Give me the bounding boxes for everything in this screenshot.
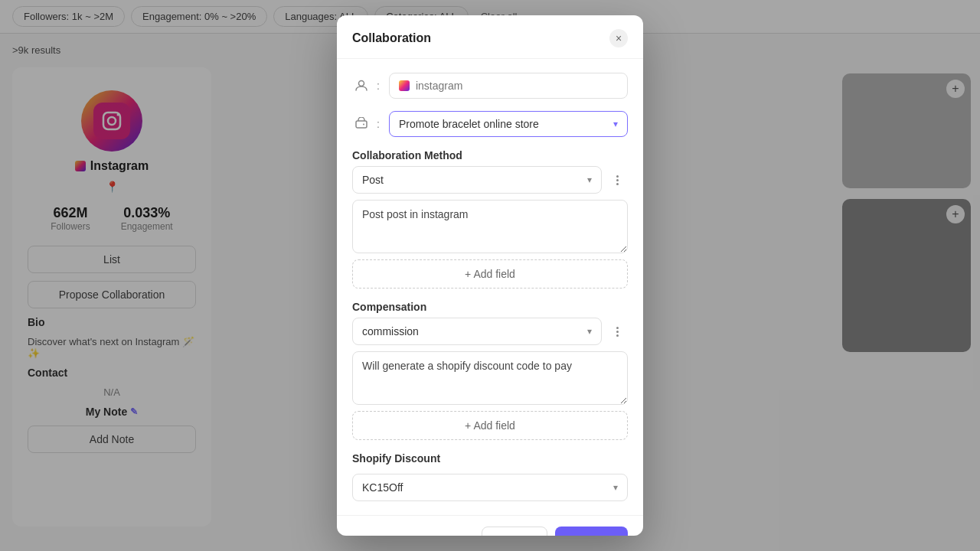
compensation-chevron-icon xyxy=(587,326,592,337)
comp-dot-3 xyxy=(616,334,619,337)
svg-point-6 xyxy=(363,124,364,126)
compensation-row: commission xyxy=(352,318,628,345)
compensation-value: commission xyxy=(362,325,419,337)
add-field-button-1[interactable]: + Add field xyxy=(352,259,628,289)
shopify-select[interactable]: KC15Off xyxy=(352,474,628,501)
shopify-discount-section: Shopify Discount KC15Off xyxy=(352,452,628,501)
compensation-more-button[interactable] xyxy=(606,321,628,342)
shopify-chevron-icon xyxy=(613,482,618,493)
platform-input[interactable] xyxy=(416,80,618,92)
collaboration-modal: Collaboration × : xyxy=(337,15,643,536)
svg-point-4 xyxy=(359,81,364,86)
user-icon xyxy=(352,77,371,95)
modal-header: Collaboration × xyxy=(337,15,643,59)
platform-field-row: : xyxy=(352,73,628,99)
collaboration-method-heading: Collaboration Method xyxy=(352,149,628,161)
modal-body: : : Promote bracelet online stor xyxy=(337,59,643,515)
cancel-button[interactable]: Cancel xyxy=(482,527,547,536)
method-value: Post xyxy=(362,174,384,186)
instagram-input-icon xyxy=(399,80,410,91)
platform-colon: : xyxy=(377,80,380,92)
more-dot-1 xyxy=(616,175,619,178)
modal-close-button[interactable]: × xyxy=(609,29,628,47)
campaign-field-row: : Promote bracelet online store xyxy=(352,111,628,137)
comp-dot-2 xyxy=(616,331,619,333)
campaign-colon: : xyxy=(377,118,380,130)
modal-title: Collaboration xyxy=(352,31,431,45)
more-dot-2 xyxy=(616,179,619,181)
compensation-description-textarea[interactable] xyxy=(352,351,628,405)
platform-input-wrapper xyxy=(389,73,628,99)
method-select[interactable]: Post xyxy=(352,166,602,194)
modal-footer: Cancel Submit xyxy=(337,515,643,536)
compensation-select[interactable]: commission xyxy=(352,318,602,345)
shopify-value: KC15Off xyxy=(362,481,403,494)
campaign-value: Promote bracelet online store xyxy=(399,118,539,130)
campaign-icon xyxy=(352,115,371,133)
more-dot-3 xyxy=(616,183,619,185)
campaign-chevron-icon xyxy=(613,119,618,129)
comp-dot-1 xyxy=(616,327,619,329)
compensation-heading: Compensation xyxy=(352,301,628,313)
collaboration-method-section: Collaboration Method Post xyxy=(352,149,628,289)
method-row: Post xyxy=(352,166,628,194)
submit-button[interactable]: Submit xyxy=(555,527,628,536)
method-more-button[interactable] xyxy=(606,169,628,191)
add-field-button-2[interactable]: + Add field xyxy=(352,411,628,440)
shopify-heading: Shopify Discount xyxy=(352,452,628,465)
campaign-select[interactable]: Promote bracelet online store xyxy=(389,111,628,137)
method-chevron-icon xyxy=(587,174,592,185)
modal-backdrop: Collaboration × : xyxy=(0,0,980,551)
method-description-textarea[interactable] xyxy=(352,200,628,253)
svg-rect-5 xyxy=(356,121,367,128)
compensation-section: Compensation commission xyxy=(352,301,628,440)
